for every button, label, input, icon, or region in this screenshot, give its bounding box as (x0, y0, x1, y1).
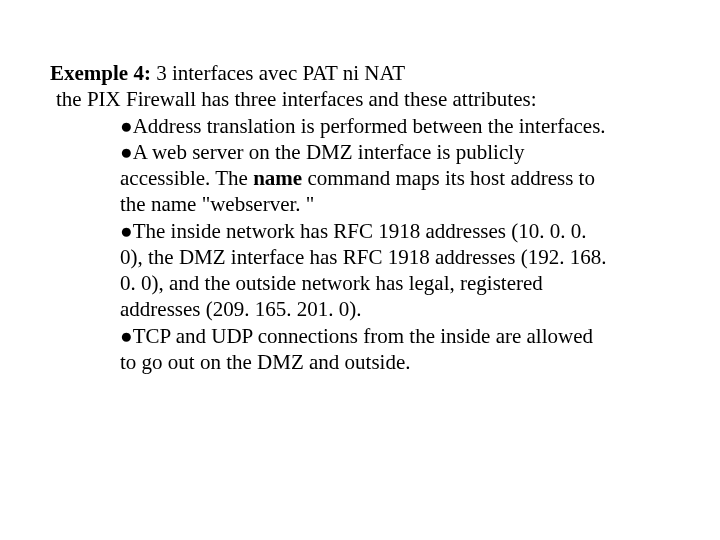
title-label: Exemple 4: (50, 61, 151, 85)
bullet-text: TCP and UDP connections from the inside … (120, 324, 593, 374)
title-rest: 3 interfaces avec PAT ni NAT (151, 61, 405, 85)
document-content: Exemple 4: 3 interfaces avec PAT ni NAT … (50, 60, 670, 375)
title-line: Exemple 4: 3 interfaces avec PAT ni NAT (50, 60, 670, 86)
bold-keyword: name (253, 166, 302, 190)
bullet-dot-icon: ● (120, 219, 133, 243)
bullet-text: The inside network has RFC 1918 addresse… (120, 219, 606, 322)
bullet-item: ●TCP and UDP connections from the inside… (120, 323, 610, 376)
bullet-item: ●A web server on the DMZ interface is pu… (120, 139, 610, 218)
bullet-dot-icon: ● (120, 324, 133, 348)
bullet-text: Address translation is performed between… (133, 114, 606, 138)
bullet-item: ●Address translation is performed betwee… (120, 113, 610, 139)
intro-line: the PIX Firewall has three interfaces an… (50, 86, 670, 112)
bullet-list: ●Address translation is performed betwee… (50, 113, 610, 376)
bullet-item: ●The inside network has RFC 1918 address… (120, 218, 610, 323)
bullet-dot-icon: ● (120, 140, 133, 164)
bullet-dot-icon: ● (120, 114, 133, 138)
